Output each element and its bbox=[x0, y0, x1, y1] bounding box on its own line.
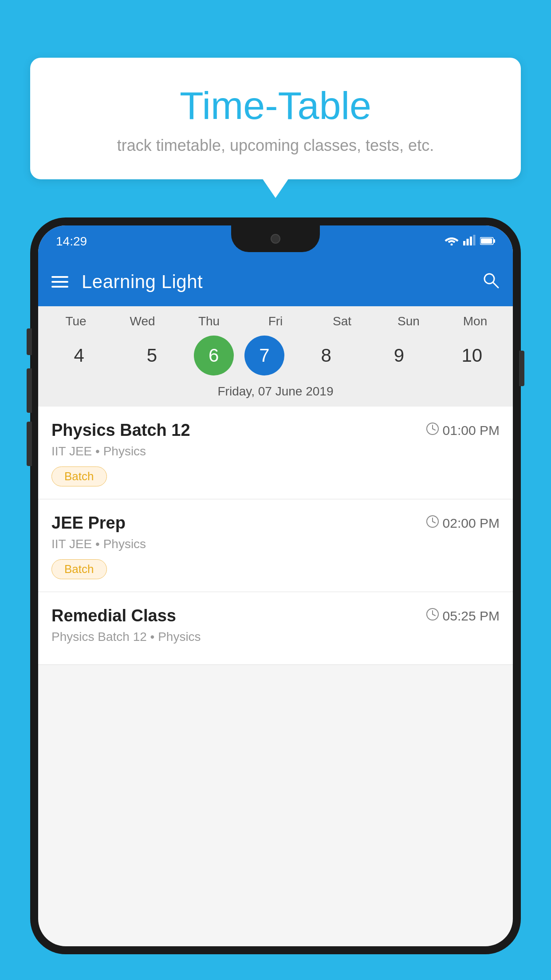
schedule-item-2-header: JEE Prep 02:00 PM bbox=[51, 514, 500, 533]
menu-button[interactable] bbox=[51, 276, 68, 288]
clock-icon-1 bbox=[426, 422, 439, 439]
battery-icon bbox=[480, 234, 495, 249]
speech-bubble-section: Time-Table track timetable, upcoming cla… bbox=[30, 58, 521, 179]
day-header-sat: Sat bbox=[311, 314, 373, 328]
phone-mockup: 14:29 bbox=[30, 217, 521, 980]
schedule-item-1-tag: Batch bbox=[51, 466, 107, 486]
schedule-item-1-header: Physics Batch 12 01:00 PM bbox=[51, 421, 500, 440]
svg-line-15 bbox=[433, 522, 435, 523]
status-time: 14:29 bbox=[56, 234, 87, 249]
svg-rect-4 bbox=[473, 235, 476, 245]
volume-up-button bbox=[27, 328, 32, 355]
day-4[interactable]: 4 bbox=[48, 336, 110, 375]
wifi-icon bbox=[445, 234, 459, 249]
day-7-selected[interactable]: 7 bbox=[244, 336, 284, 375]
app-title: Learning Light bbox=[82, 271, 482, 292]
svg-line-12 bbox=[433, 429, 435, 430]
day-numbers: 4 5 6 7 8 9 10 bbox=[43, 332, 508, 379]
day-header-fri: Fri bbox=[244, 314, 307, 328]
schedule-item-3-title: Remedial Class bbox=[51, 606, 176, 625]
day-5[interactable]: 5 bbox=[121, 336, 183, 375]
schedule-item-3-time: 05:25 PM bbox=[426, 608, 500, 624]
clock-icon-3 bbox=[426, 608, 439, 624]
schedule-item-2-tag: Batch bbox=[51, 559, 107, 579]
svg-rect-3 bbox=[470, 237, 472, 245]
schedule-item-1-subtitle: IIT JEE • Physics bbox=[51, 444, 500, 458]
selected-date-label: Friday, 07 June 2019 bbox=[43, 379, 508, 407]
schedule-item-2-subtitle: IIT JEE • Physics bbox=[51, 537, 500, 551]
schedule-item-2-time-text: 02:00 PM bbox=[443, 516, 500, 531]
phone-screen: 14:29 bbox=[38, 225, 513, 946]
bubble-subtitle: track timetable, upcoming classes, tests… bbox=[52, 136, 499, 155]
speech-bubble: Time-Table track timetable, upcoming cla… bbox=[30, 58, 521, 179]
schedule-list: Physics Batch 12 01:00 PM bbox=[38, 407, 513, 665]
schedule-item-2[interactable]: JEE Prep 02:00 PM bbox=[38, 499, 513, 592]
schedule-item-3[interactable]: Remedial Class 05:25 PM bbox=[38, 592, 513, 665]
schedule-item-3-header: Remedial Class 05:25 PM bbox=[51, 606, 500, 625]
silent-button bbox=[27, 422, 32, 466]
day-header-tue: Tue bbox=[45, 314, 107, 328]
phone-body: 14:29 bbox=[30, 217, 521, 954]
day-header-wed: Wed bbox=[111, 314, 173, 328]
day-header-mon: Mon bbox=[444, 314, 506, 328]
svg-line-9 bbox=[493, 282, 498, 288]
front-camera bbox=[271, 234, 280, 244]
search-button[interactable] bbox=[482, 271, 500, 293]
day-header-thu: Thu bbox=[178, 314, 240, 328]
schedule-item-2-title: JEE Prep bbox=[51, 514, 126, 533]
schedule-item-3-subtitle: Physics Batch 12 • Physics bbox=[51, 630, 500, 644]
day-headers: Tue Wed Thu Fri Sat Sun Mon bbox=[43, 314, 508, 332]
calendar-strip: Tue Wed Thu Fri Sat Sun Mon 4 5 6 7 8 9 … bbox=[38, 306, 513, 407]
day-header-sun: Sun bbox=[378, 314, 440, 328]
svg-rect-7 bbox=[481, 238, 492, 244]
svg-rect-1 bbox=[463, 241, 465, 245]
svg-rect-6 bbox=[493, 239, 495, 243]
bubble-title: Time-Table bbox=[52, 84, 499, 127]
signal-icon bbox=[463, 234, 476, 249]
day-9[interactable]: 9 bbox=[368, 336, 430, 375]
clock-icon-2 bbox=[426, 515, 439, 531]
day-10[interactable]: 10 bbox=[441, 336, 503, 375]
schedule-item-1[interactable]: Physics Batch 12 01:00 PM bbox=[38, 407, 513, 499]
svg-line-18 bbox=[433, 614, 435, 616]
day-8[interactable]: 8 bbox=[295, 336, 357, 375]
schedule-item-3-time-text: 05:25 PM bbox=[443, 609, 500, 624]
schedule-item-2-time: 02:00 PM bbox=[426, 515, 500, 531]
svg-point-0 bbox=[451, 244, 453, 246]
day-6-today[interactable]: 6 bbox=[194, 336, 234, 375]
svg-rect-2 bbox=[467, 239, 469, 245]
schedule-item-1-title: Physics Batch 12 bbox=[51, 421, 190, 440]
app-bar: Learning Light bbox=[38, 257, 513, 306]
phone-notch bbox=[231, 225, 320, 252]
volume-down-button bbox=[27, 368, 32, 413]
schedule-item-1-time-text: 01:00 PM bbox=[443, 423, 500, 438]
status-icons bbox=[445, 234, 495, 249]
schedule-item-1-time: 01:00 PM bbox=[426, 422, 500, 439]
power-button bbox=[519, 351, 524, 386]
